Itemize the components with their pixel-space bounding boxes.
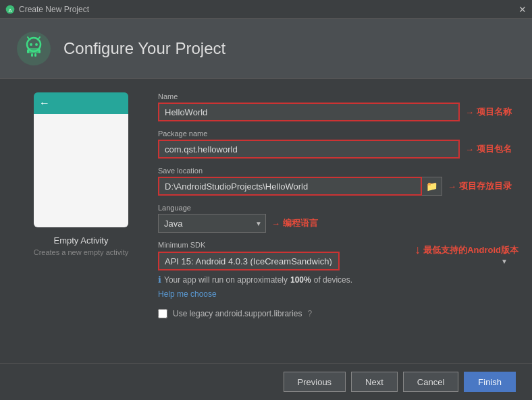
svg-point-7 (35, 43, 38, 46)
cancel-button[interactable]: Cancel (403, 372, 458, 392)
title-bar: A Create New Project ✕ (0, 0, 532, 19)
name-label: Name (158, 92, 512, 101)
save-input[interactable] (158, 177, 422, 196)
svg-rect-12 (34, 53, 36, 57)
arrow-right-icon: → (465, 107, 474, 117)
footer: Previous Next Cancel Finish (0, 363, 532, 400)
activity-name: Empty Activity (54, 235, 109, 246)
header: Configure Your Project (0, 19, 532, 79)
svg-point-6 (30, 43, 32, 46)
arrow-right-icon3: → (448, 181, 456, 192)
name-annotation-text: 项目名称 (477, 106, 512, 118)
sdk-arrow-down-icon: ↓ (415, 243, 421, 257)
close-button[interactable]: ✕ (518, 4, 527, 15)
language-row: Java Kotlin ▼ → 编程语言 (158, 214, 512, 233)
package-row: → 项目包名 (158, 140, 512, 159)
save-group: Save location 📁 → 项目存放目录 (158, 167, 512, 196)
phone-top-bar: ← (34, 92, 128, 114)
sdk-section: Minimum SDK API 15: Android 4.0.3 (IceCr… (158, 241, 512, 318)
legacy-checkbox[interactable] (158, 309, 167, 318)
body: ← Empty Activity Creates a new empty act… (0, 79, 532, 363)
phone-preview: ← (34, 92, 128, 227)
language-label: Language (158, 204, 512, 212)
save-annotation-text: 项目存放目录 (459, 180, 512, 192)
previous-button[interactable]: Previous (284, 372, 346, 392)
svg-rect-9 (27, 49, 29, 53)
dialog: Configure Your Project ← Empty Activity … (0, 19, 532, 400)
android-studio-icon: A (5, 5, 15, 14)
package-label: Package name (158, 130, 512, 138)
legacy-label: Use legacy android.support.libraries (173, 309, 302, 318)
sdk-select[interactable]: API 15: Android 4.0.3 (IceCreamSandwich) (158, 252, 340, 270)
package-annotation-text: 项目包名 (477, 143, 512, 155)
package-input[interactable] (158, 140, 460, 159)
language-select-wrapper: Java Kotlin ▼ (158, 214, 266, 233)
svg-rect-11 (31, 53, 33, 57)
save-input-group: 📁 (158, 177, 442, 196)
info-icon: ℹ (158, 275, 161, 285)
save-label: Save location (158, 167, 512, 175)
legacy-help-icon[interactable]: ? (307, 309, 312, 318)
svg-rect-10 (38, 49, 41, 53)
back-arrow-icon: ← (39, 97, 50, 109)
name-group: Name → 项目名称 (158, 92, 512, 121)
left-panel: ← Empty Activity Creates a new empty act… (20, 92, 142, 349)
finish-button[interactable]: Finish (464, 372, 516, 392)
next-button[interactable]: Next (351, 372, 398, 392)
package-annotation: → 项目包名 (465, 143, 512, 155)
save-row: 📁 → 项目存放目录 (158, 177, 512, 196)
name-annotation: → 项目名称 (465, 106, 512, 118)
sdk-info: ℹ Your app will run on approximately 100… (158, 275, 512, 285)
language-group: Language Java Kotlin ▼ → 编程语言 (158, 204, 512, 233)
svg-rect-8 (28, 48, 39, 53)
save-annotation: → 项目存放目录 (448, 180, 512, 192)
activity-desc: Creates a new empty activity (34, 248, 129, 256)
arrow-right-icon2: → (465, 144, 474, 154)
language-annotation-text: 编程语言 (283, 217, 318, 229)
sdk-arrow-icon: ▼ (501, 258, 508, 265)
help-link-row: Help me choose (158, 287, 512, 299)
help-link[interactable]: Help me choose (158, 289, 217, 299)
language-annotation: → 编程语言 (271, 217, 318, 229)
title-bar-title: Create New Project (19, 5, 89, 14)
sdk-annotation-text: 最低支持的Android版本 (423, 244, 518, 256)
phone-content (34, 114, 128, 227)
folder-button[interactable]: 📁 (422, 177, 442, 196)
sdk-info-bold: 100% (290, 275, 311, 285)
form-panel: Name → 项目名称 Package name → 项目包名 (158, 92, 512, 349)
name-input[interactable] (158, 103, 460, 121)
language-select[interactable]: Java Kotlin (158, 214, 266, 233)
sdk-info-prefix: Your app will run on approximately (164, 275, 288, 285)
header-title: Configure Your Project (63, 39, 225, 58)
name-row: → 项目名称 (158, 103, 512, 121)
android-logo (16, 31, 51, 66)
arrow-right-icon4: → (271, 219, 280, 229)
legacy-row: Use legacy android.support.libraries ? (158, 309, 512, 318)
svg-text:A: A (8, 7, 12, 13)
package-group: Package name → 项目包名 (158, 130, 512, 159)
sdk-info-suffix: of devices. (314, 275, 352, 285)
sdk-annotation: ↓ 最低支持的Android版本 (415, 243, 518, 257)
